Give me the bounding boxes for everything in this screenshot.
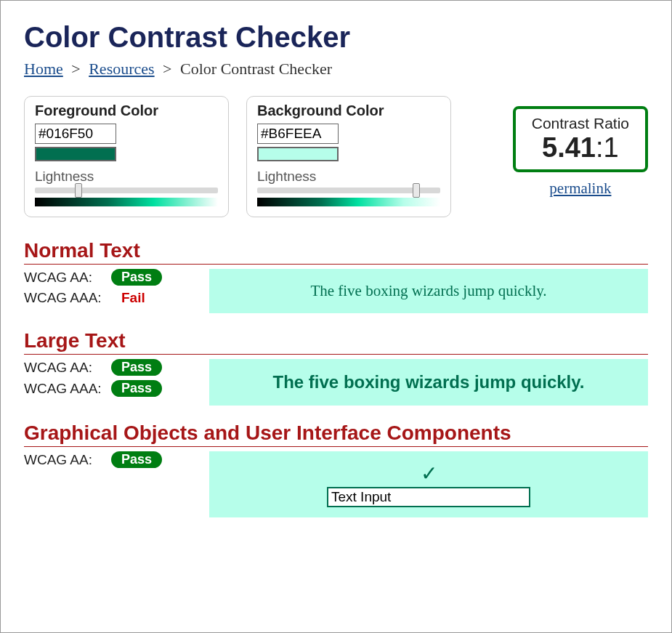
breadcrumb: Home > Resources > Color Contrast Checke… — [24, 60, 648, 78]
foreground-lightness-slider[interactable] — [35, 188, 218, 206]
ui-text-input[interactable]: Text Input — [327, 487, 530, 507]
foreground-input[interactable] — [35, 124, 116, 144]
ui-aa-label: WCAG AA: — [24, 452, 111, 468]
normal-text-row: WCAG AA: Pass WCAG AAA: Fail The five bo… — [24, 269, 648, 313]
background-panel: Background Color Lightness — [246, 96, 451, 217]
ui-sample: ✓ Text Input — [209, 451, 648, 517]
ratio-suffix: :1 — [596, 132, 619, 163]
large-criteria: WCAG AA: Pass WCAG AAA: Pass — [24, 359, 195, 401]
large-text-row: WCAG AA: Pass WCAG AAA: Pass The five bo… — [24, 359, 648, 406]
large-aaa-label: WCAG AAA: — [24, 381, 111, 397]
large-sample[interactable]: The five boxing wizards jump quickly. — [209, 359, 648, 406]
top-row: Foreground Color Lightness Background Co… — [24, 96, 648, 217]
page-container: Color Contrast Checker Home > Resources … — [0, 0, 672, 633]
breadcrumb-home[interactable]: Home — [24, 60, 63, 78]
foreground-panel: Foreground Color Lightness — [24, 96, 229, 217]
large-aa-line: WCAG AA: Pass — [24, 359, 195, 376]
normal-sample[interactable]: The five boxing wizards jump quickly. — [209, 269, 648, 313]
contrast-ratio-frame: Contrast Ratio 5.41:1 — [513, 106, 648, 172]
ui-text-input-value: Text Input — [331, 489, 391, 504]
background-swatch[interactable] — [257, 147, 339, 161]
breadcrumb-sep: > — [163, 60, 171, 78]
normal-aa-badge: Pass — [111, 269, 162, 286]
foreground-lightness-label: Lightness — [35, 169, 218, 185]
large-aa-badge: Pass — [111, 359, 162, 376]
foreground-swatch[interactable] — [35, 147, 116, 161]
normal-aa-line: WCAG AA: Pass — [24, 269, 195, 286]
background-title: Background Color — [257, 102, 440, 119]
ui-criteria: WCAG AA: Pass — [24, 451, 195, 472]
large-aaa-badge: Pass — [111, 380, 162, 397]
contrast-ratio-value: 5.41:1 — [532, 132, 629, 164]
page-title: Color Contrast Checker — [24, 21, 648, 54]
contrast-ratio-label: Contrast Ratio — [532, 115, 629, 132]
normal-aa-label: WCAG AA: — [24, 270, 111, 286]
normal-aaa-line: WCAG AAA: Fail — [24, 290, 195, 306]
background-input[interactable] — [257, 124, 339, 144]
normal-aaa-result: Fail — [121, 290, 145, 306]
large-text-heading: Large Text — [24, 329, 648, 355]
large-aaa-line: WCAG AAA: Pass — [24, 380, 195, 397]
background-lightness-slider[interactable] — [257, 188, 440, 206]
large-sample-text: The five boxing wizards jump quickly. — [273, 372, 585, 392]
ui-heading: Graphical Objects and User Interface Com… — [24, 422, 648, 447]
breadcrumb-current: Color Contrast Checker — [180, 60, 332, 78]
background-lightness-label: Lightness — [257, 169, 440, 185]
normal-sample-text: The five boxing wizards jump quickly. — [310, 282, 546, 299]
large-aa-label: WCAG AA: — [24, 360, 111, 376]
ratio-number: 5.41 — [542, 132, 596, 163]
ui-aa-badge: Pass — [111, 451, 162, 468]
foreground-title: Foreground Color — [35, 102, 218, 119]
breadcrumb-resources[interactable]: Resources — [89, 60, 154, 78]
breadcrumb-sep: > — [71, 60, 80, 78]
ui-row: WCAG AA: Pass ✓ Text Input — [24, 451, 648, 517]
normal-criteria: WCAG AA: Pass WCAG AAA: Fail — [24, 269, 195, 310]
normal-text-heading: Normal Text — [24, 239, 648, 265]
permalink-link[interactable]: permalink — [513, 180, 648, 198]
ui-aa-line: WCAG AA: Pass — [24, 451, 195, 468]
checkmark-icon: ✓ — [219, 461, 638, 485]
normal-aaa-label: WCAG AAA: — [24, 290, 111, 306]
contrast-ratio-box: Contrast Ratio 5.41:1 permalink — [513, 106, 648, 198]
